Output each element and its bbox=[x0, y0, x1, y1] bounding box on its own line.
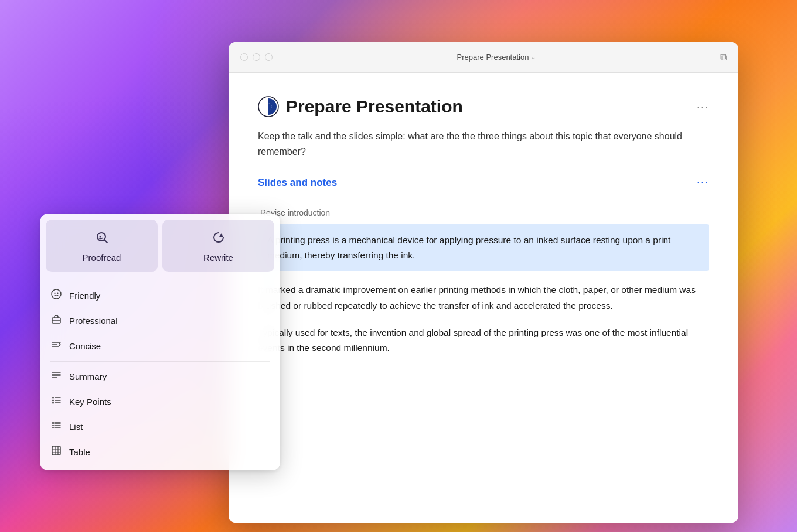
svg-line-3 bbox=[104, 240, 107, 243]
highlighted-paragraph: A printing press is a mechanical device … bbox=[258, 224, 709, 271]
professional-icon bbox=[50, 314, 62, 328]
summary-icon bbox=[50, 370, 62, 383]
professional-label: Professional bbox=[69, 316, 118, 326]
section-header: Slides and notes ··· bbox=[258, 176, 709, 196]
doc-icon bbox=[258, 96, 279, 117]
menu-item-friendly[interactable]: Friendly bbox=[43, 283, 277, 308]
doc-more-button[interactable]: ··· bbox=[697, 101, 709, 113]
menu-item-table[interactable]: Table bbox=[43, 439, 277, 465]
proofread-button[interactable]: Proofread bbox=[46, 220, 158, 272]
body-paragraph-2: Typically used for texts, the invention … bbox=[258, 325, 709, 356]
table-label: Table bbox=[69, 447, 90, 457]
svg-point-6 bbox=[55, 293, 56, 294]
doc-description: Keep the talk and the slides simple: wha… bbox=[258, 129, 709, 159]
window-controls-right: ⧉ bbox=[720, 52, 727, 63]
table-icon bbox=[50, 445, 62, 459]
svg-point-7 bbox=[57, 293, 59, 294]
window-title-chevron: ⌄ bbox=[531, 54, 536, 60]
section-title: Slides and notes bbox=[258, 177, 337, 189]
traffic-light-close[interactable] bbox=[240, 53, 248, 61]
proofread-icon bbox=[95, 230, 109, 248]
svg-point-4 bbox=[99, 236, 101, 238]
section-more-button[interactable]: ··· bbox=[697, 176, 709, 189]
list-icon bbox=[50, 420, 62, 434]
revise-label: Revise introduction bbox=[258, 208, 709, 217]
proofread-label: Proofread bbox=[83, 253, 121, 262]
popup-menu-divider bbox=[50, 361, 270, 362]
svg-point-18 bbox=[52, 400, 54, 401]
doc-content: Prepare Presentation ··· Keep the talk a… bbox=[229, 73, 738, 523]
menu-item-list[interactable]: List bbox=[43, 414, 277, 439]
menu-item-professional[interactable]: Professional bbox=[43, 308, 277, 333]
traffic-light-maximize[interactable] bbox=[265, 53, 273, 61]
doc-title-row: Prepare Presentation ··· bbox=[258, 96, 709, 117]
copy-icon[interactable]: ⧉ bbox=[720, 52, 727, 63]
rewrite-label: Rewrite bbox=[203, 253, 233, 262]
ai-popup: Proofread Rewrite Frien bbox=[40, 214, 280, 470]
rewrite-button[interactable]: Rewrite bbox=[162, 220, 274, 272]
popup-menu: Friendly Professional Con bbox=[40, 278, 280, 470]
menu-item-concise[interactable]: Concise bbox=[43, 333, 277, 359]
key-points-label: Key Points bbox=[69, 397, 111, 407]
menu-item-summary[interactable]: Summary bbox=[43, 364, 277, 389]
doc-title: Prepare Presentation bbox=[286, 97, 690, 117]
svg-point-20 bbox=[52, 402, 54, 404]
summary-label: Summary bbox=[69, 371, 107, 381]
friendly-icon bbox=[50, 289, 62, 302]
concise-label: Concise bbox=[69, 341, 101, 351]
rewrite-icon bbox=[212, 230, 226, 248]
friendly-label: Friendly bbox=[69, 291, 100, 301]
list-label: List bbox=[69, 422, 83, 432]
traffic-light-minimize[interactable] bbox=[253, 53, 260, 61]
popup-buttons-row: Proofread Rewrite bbox=[40, 214, 280, 272]
titlebar: Prepare Presentation ⌄ ⧉ bbox=[229, 42, 738, 73]
key-points-icon bbox=[50, 395, 62, 408]
window-title-text: Prepare Presentation bbox=[457, 53, 529, 62]
concise-icon bbox=[50, 339, 62, 353]
main-window: Prepare Presentation ⌄ ⧉ Prepare Present… bbox=[229, 42, 738, 523]
svg-rect-28 bbox=[52, 446, 60, 455]
svg-point-16 bbox=[52, 397, 54, 399]
window-title: Prepare Presentation ⌄ bbox=[457, 53, 536, 62]
body-paragraph-1: It marked a dramatic improvement on earl… bbox=[258, 282, 709, 313]
svg-point-5 bbox=[52, 289, 61, 299]
traffic-lights bbox=[240, 53, 273, 61]
menu-item-key-points[interactable]: Key Points bbox=[43, 389, 277, 414]
